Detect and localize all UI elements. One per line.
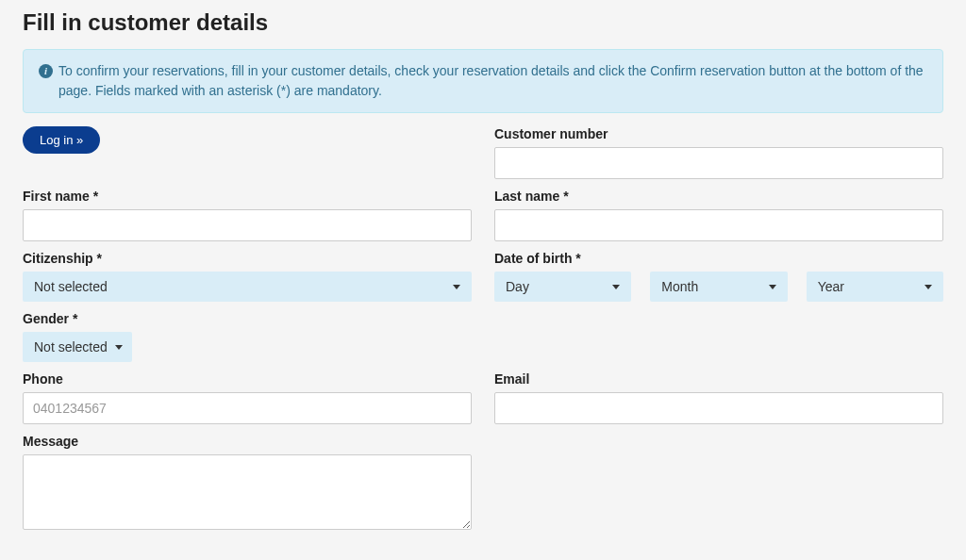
message-label: Message [23,434,472,449]
customer-number-label: Customer number [494,126,943,141]
gender-label: Gender * [23,311,472,326]
date-of-birth-label: Date of birth * [494,251,943,266]
dob-year-select[interactable]: Year [807,272,943,302]
citizenship-label: Citizenship * [23,251,472,266]
first-name-input[interactable] [23,209,472,241]
chevron-down-icon [924,285,932,289]
chevron-down-icon [612,285,620,289]
email-label: Email [494,371,943,387]
citizenship-select-value: Not selected [34,279,108,294]
gender-select[interactable]: Not selected [23,332,132,362]
phone-label: Phone [23,371,472,387]
last-name-input[interactable] [494,209,943,241]
phone-input[interactable] [23,392,472,424]
chevron-down-icon [769,285,776,289]
first-name-label: First name * [23,189,472,204]
dob-day-value: Day [506,279,529,294]
chevron-down-icon [115,345,123,350]
dob-year-value: Year [818,279,844,294]
last-name-label: Last name * [494,189,943,204]
info-alert: i To confirm your reservations, fill in … [23,49,943,113]
login-button[interactable]: Log in » [23,126,100,154]
gender-select-value: Not selected [34,339,108,354]
dob-month-value: Month [661,279,698,294]
info-alert-text: To confirm your reservations, fill in yo… [58,61,927,101]
dob-month-select[interactable]: Month [650,272,787,302]
info-icon: i [39,64,53,78]
chevron-down-icon [453,285,460,289]
message-textarea[interactable] [23,454,472,530]
customer-number-input[interactable] [494,147,943,179]
dob-day-select[interactable]: Day [494,272,631,302]
citizenship-select[interactable]: Not selected [23,272,472,302]
page-title: Fill in customer details [23,9,943,36]
email-input[interactable] [494,392,943,424]
